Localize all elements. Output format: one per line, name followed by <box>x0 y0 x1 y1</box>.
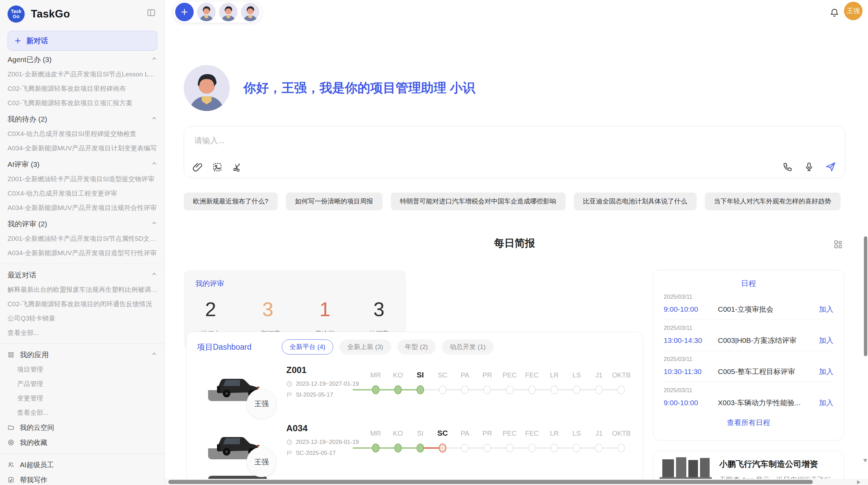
suggestion-chip[interactable]: 当下年轻人对汽车外观有怎样的喜好趋势 <box>705 192 841 210</box>
apps-view-all[interactable]: 查看全部... <box>8 406 158 420</box>
people-icon <box>8 461 14 468</box>
milestone-label: LR <box>550 428 559 438</box>
new-chat-label: 新对话 <box>26 36 48 46</box>
schedule-time: 13:00-14:30 <box>664 336 718 345</box>
project-dates: 2023-12-19~2027-01-19 <box>296 381 359 387</box>
app-item[interactable]: 变更管理 <box>8 391 158 406</box>
suggestion-chip[interactable]: 欧洲新规最近颁布了什么? <box>184 192 278 210</box>
scroll-right-arrow-icon[interactable] <box>857 480 860 484</box>
sidebar-task-item[interactable]: C02-飞腾新能源轻客改款项目立项汇报方案 <box>8 96 158 110</box>
project-owner-badge: 王强 <box>246 447 277 477</box>
chevron-up-icon[interactable] <box>151 271 158 279</box>
suggestion-chip[interactable]: 比亚迪全固态电池计划具体说了什么 <box>574 192 697 210</box>
sidebar-task-item[interactable]: Z001-全新燃油轻卡产品开发项目SI节点属性5D文件评审 <box>8 232 158 246</box>
chevron-up-icon[interactable] <box>151 351 158 359</box>
schedule-time: 9:00-10:00 <box>664 399 718 407</box>
clock-icon <box>286 381 292 387</box>
logo-text-bottom: Go <box>13 14 19 19</box>
scissors-icon[interactable] <box>232 162 242 172</box>
schedule-event-title: C003|H0B-方案冻结评审 <box>718 336 814 345</box>
app-item[interactable]: 产品管理 <box>8 377 158 391</box>
chat-input[interactable] <box>184 126 845 151</box>
scroll-down-arrow-icon[interactable] <box>863 459 867 462</box>
sidebar-task-item[interactable]: C0X4-动力总成开发项目SI里程碑提交物检查 <box>8 127 158 141</box>
recent-chats-header[interactable]: 最近对话 <box>8 268 158 283</box>
new-chat-button[interactable]: 新对话 <box>8 31 157 51</box>
sidebar: Task Go TaskGo 新对话 Agent已办 (3) <box>0 0 165 485</box>
sidebar-task-item[interactable]: A034-全新新能源MUV产品开发项目计划变更表编写 <box>8 141 158 156</box>
microphone-icon[interactable] <box>804 162 814 172</box>
milestone: KO <box>387 428 409 452</box>
suggestion-chip[interactable]: 特朗普可能对进口汽车增税会对中国车企造成哪些影响 <box>391 192 566 210</box>
chevron-up-icon[interactable] <box>151 160 158 169</box>
news-title: 小鹏飞行汽车制造公司增资 <box>719 459 837 470</box>
sidebar-task-item[interactable]: A034-全新新能源MUV产品开发项目造型可行性评审 <box>8 246 158 260</box>
section-header[interactable]: AI评审 (3) <box>8 157 158 172</box>
dashboard-tab[interactable]: 年型 (2) <box>397 339 436 355</box>
sidebar-task-item[interactable]: A034-全新新能源MUV产品开发项目法规符合性评审 <box>8 201 158 215</box>
phone-call-icon[interactable] <box>783 162 793 172</box>
join-meeting-link[interactable]: 加入 <box>819 336 833 345</box>
section-header[interactable]: 我的评审 (2) <box>8 216 158 232</box>
section-header[interactable]: 我的待办 (2) <box>8 112 158 127</box>
join-meeting-link[interactable]: 加入 <box>819 398 833 408</box>
cloud-folder-icon <box>8 424 14 431</box>
my-apps-section: 我的应用 项目管理 产品管理 变更管理 查看全部... <box>8 347 158 420</box>
my-cloud-space[interactable]: 我的云空间 <box>8 420 158 435</box>
sidebar-task-item[interactable]: Z001-全新燃油皮卡产品开发项目SI节点Lesson Learn报告 <box>8 67 158 82</box>
milestone: OKTB <box>610 428 632 452</box>
milestone-dot <box>461 385 469 394</box>
send-icon[interactable] <box>825 161 836 172</box>
milestone: PR <box>476 370 498 394</box>
milestone-label: LR <box>550 370 559 380</box>
section-header[interactable]: Agent已办 (3) <box>8 52 158 67</box>
sidebar-task-item[interactable]: C0X4-动力总成开发项目工程变更评审 <box>8 186 158 201</box>
app-item[interactable]: 项目管理 <box>8 362 158 377</box>
recent-chat-item[interactable]: 解释最新出台的欧盟报废车法规再生塑料比例被调至15%... <box>8 283 158 297</box>
chevron-up-icon[interactable] <box>151 55 158 64</box>
dashboard-tab[interactable]: 全新上装 (3) <box>339 339 391 355</box>
project-code: Z001 <box>286 365 364 375</box>
logo-text-top: Task <box>11 9 22 14</box>
project-row[interactable]: 王强 Z001 2023-12-19~2027-01-19 <box>187 358 643 409</box>
recent-chat-item[interactable]: C02-飞腾新能源轻客改款项目的闭环通告反馈情况 <box>8 297 158 311</box>
suggestion-chip[interactable]: 如何写一份清晰的项目周报 <box>286 192 383 210</box>
sidebar-section: 我的待办 (2) C0X4-动力总成开发项目SI里程碑提交物检查 A034-全新… <box>8 112 158 156</box>
chevron-up-icon[interactable] <box>151 220 158 228</box>
schedule-entry: 2025/03/11 13:00-14:30 C003|H0B-方案冻结评审 加… <box>664 320 833 351</box>
milestone-stepper: MR KO <box>364 358 632 394</box>
user-avatar[interactable]: 王强 <box>844 2 863 20</box>
attachment-icon[interactable] <box>192 162 203 172</box>
help-me-write[interactable]: 帮我写作 <box>8 472 158 485</box>
sidebar-task-item[interactable]: C02-飞腾新能源轻客改款项目里程碑画布 <box>8 82 158 96</box>
help-me-write-label: 帮我写作 <box>20 475 47 485</box>
project-media: 王强 <box>208 424 267 459</box>
ai-super-employee[interactable]: AI超级员工 <box>8 457 158 472</box>
stat-value: 3 <box>369 299 389 319</box>
join-meeting-link[interactable]: 加入 <box>819 304 833 314</box>
recent-chat-item[interactable]: 公司Q3轻卡销量 <box>8 311 158 326</box>
join-meeting-link[interactable]: 加入 <box>819 367 833 376</box>
chevron-up-icon[interactable] <box>151 115 158 123</box>
schedule-title: 日程 <box>664 278 833 289</box>
main-area: 王强 你好，王强，我是你的项目管理助理 小识 <box>165 0 868 485</box>
schedule-event-title: C001-立项审批会 <box>718 304 814 314</box>
vertical-scrollbar-thumb[interactable] <box>864 236 867 356</box>
sidebar-task-item[interactable]: Z001-全新燃油轻卡产品开发项目SI造型提交物评审 <box>8 172 158 186</box>
recent-view-all[interactable]: 查看全部... <box>8 326 158 340</box>
dashboard-tab[interactable]: 动总开发 (1) <box>442 339 494 355</box>
view-all-schedule-link[interactable]: 查看所有日程 <box>664 413 833 432</box>
milestone-label: MR <box>370 428 381 438</box>
dashboard-tab[interactable]: 全新平台 (4) <box>282 339 334 355</box>
horizontal-scrollbar-thumb[interactable] <box>168 480 813 484</box>
section-title: AI评审 (3) <box>8 160 151 169</box>
sidebar-collapse-icon[interactable] <box>147 8 156 18</box>
milestone: KO <box>387 370 409 394</box>
layout-grid-icon[interactable] <box>833 239 843 251</box>
milestone: MR <box>364 428 387 452</box>
my-apps-header[interactable]: 我的应用 <box>8 347 158 362</box>
milestone-dot <box>483 444 491 452</box>
my-favorites[interactable]: 我的收藏 <box>8 435 158 450</box>
image-upload-icon[interactable] <box>212 162 222 172</box>
project-row[interactable]: 王强 A034 2023-12-19~2026-01-19 <box>187 416 643 468</box>
